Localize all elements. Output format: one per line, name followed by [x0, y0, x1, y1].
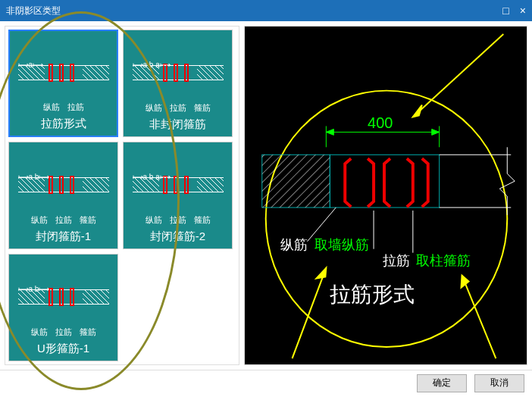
cancel-button[interactable]: 取消: [474, 374, 524, 392]
svg-marker-10: [326, 129, 333, 135]
svg-marker-5: [462, 276, 469, 288]
thumb-sublabels: 纵筋拉筋箍筋: [146, 102, 211, 114]
thumbnail-option[interactable]: ⟼a⟼纵筋拉筋拉筋形式: [8, 30, 118, 137]
ok-button[interactable]: 确定: [417, 374, 467, 392]
thumb-sublabels: 纵筋拉筋箍筋: [31, 214, 96, 226]
svg-marker-11: [432, 129, 440, 135]
svg-rect-14: [262, 155, 330, 208]
thumb-label: U形箍筋-1: [37, 342, 89, 356]
thumbnail-option[interactable]: ⟼a b⟼纵筋拉筋箍筋U形箍筋-1: [8, 254, 118, 361]
thumb-dim: ⟼a b a⟼: [133, 173, 171, 181]
thumb-dim: ⟼a⟼: [18, 61, 44, 69]
thumb-sublabels: 纵筋拉筋: [43, 102, 84, 113]
preview-panel: 400: [244, 26, 527, 365]
preview-label-qzgj: 取柱箍筋: [416, 253, 471, 268]
content-area: ⟼a⟼纵筋拉筋拉筋形式⟼a b a⟼纵筋拉筋箍筋非封闭箍筋⟼a b⟼纵筋拉筋箍筋…: [0, 21, 532, 370]
thumbnail-option[interactable]: ⟼a b⟼纵筋拉筋箍筋封闭箍筋-1: [8, 142, 118, 249]
thumb-sublabels: 纵筋拉筋箍筋: [31, 327, 96, 338]
thumb-sublabels: 纵筋拉筋箍筋: [146, 214, 211, 226]
thumbnail-list: ⟼a⟼纵筋拉筋拉筋形式⟼a b a⟼纵筋拉筋箍筋非封闭箍筋⟼a b⟼纵筋拉筋箍筋…: [5, 26, 239, 365]
thumbnail-option[interactable]: ⟼a b a⟼纵筋拉筋箍筋封闭箍筋-2: [123, 142, 233, 249]
thumbnail-option[interactable]: ⟼a b a⟼纵筋拉筋箍筋非封闭箍筋: [123, 30, 233, 137]
thumb-label: 封闭箍筋-1: [36, 230, 91, 244]
preview-title: 拉筋形式: [330, 283, 415, 306]
thumb-label: 封闭箍筋-2: [150, 230, 205, 244]
preview-dim-value: 400: [368, 114, 393, 131]
window-title: 非阴影区类型: [6, 5, 502, 17]
thumb-label: 拉筋形式: [41, 117, 86, 131]
svg-marker-1: [413, 105, 422, 117]
svg-line-0: [413, 34, 503, 117]
thumb-label: 非封闭箍筋: [149, 117, 206, 132]
svg-line-2: [293, 268, 327, 358]
thumb-dim: ⟼a b a⟼: [133, 61, 171, 69]
preview-label-lj: 拉筋: [383, 253, 410, 268]
close-icon[interactable]: ×: [520, 5, 526, 16]
thumb-dim: ⟼a b⟼: [18, 173, 50, 181]
preview-label-zj: 纵筋: [280, 237, 308, 252]
thumb-dim: ⟼a b⟼: [18, 285, 50, 293]
dialog-button-bar: 确定 取消: [0, 370, 532, 395]
svg-line-4: [462, 276, 496, 359]
preview-drawing: 400: [245, 27, 527, 364]
titlebar-buttons: □ ×: [502, 5, 526, 16]
svg-marker-3: [316, 268, 326, 279]
preview-label-qqzj: 取墙纵筋: [315, 237, 369, 252]
maximize-icon[interactable]: □: [502, 5, 509, 16]
titlebar: 非阴影区类型 □ ×: [0, 0, 532, 21]
